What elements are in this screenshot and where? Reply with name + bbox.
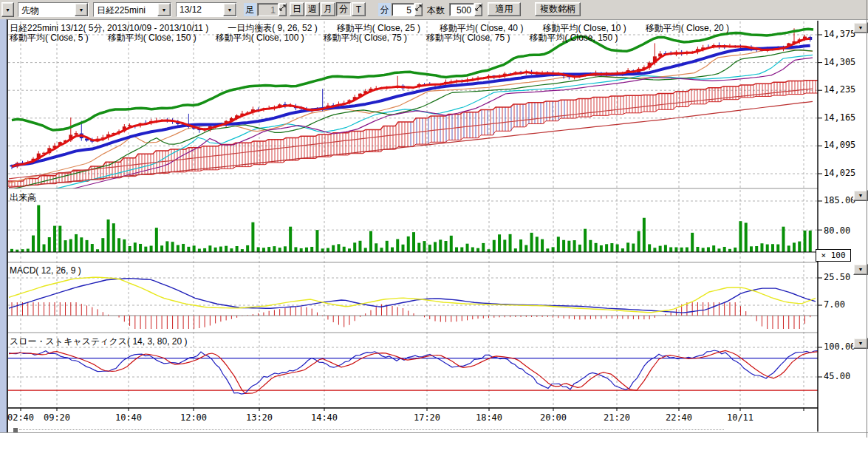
chart-canvas bbox=[0, 0, 868, 473]
volume-tick-label: 185.00 bbox=[824, 195, 855, 205]
h-scrollbar-track[interactable] bbox=[19, 429, 724, 431]
time-tick-label: 09:20 bbox=[41, 412, 73, 423]
minute-spinner[interactable] bbox=[414, 3, 423, 16]
price-tick-label: 14,095 bbox=[824, 140, 855, 150]
category-value: 先物 bbox=[18, 3, 75, 16]
price-tick-label: 14,025 bbox=[824, 168, 855, 178]
time-tick-label: 13:20 bbox=[243, 412, 276, 423]
multi-symbol-button[interactable]: 複数銘柄 bbox=[535, 2, 581, 16]
period-day-button[interactable]: 日 bbox=[290, 2, 304, 16]
time-tick-label: 21:20 bbox=[601, 412, 633, 423]
indicator-ma-150b: 移動平均( Close, 150 ) bbox=[529, 32, 618, 44]
bars-value-field[interactable]: 500 bbox=[449, 3, 474, 16]
chevron-down-icon: ▼ bbox=[858, 267, 864, 272]
chevron-down-icon: ▼ bbox=[858, 25, 864, 30]
ashi-value-field[interactable]: 1 bbox=[257, 3, 278, 16]
period-minute-button[interactable]: 分 bbox=[336, 2, 351, 16]
period-week-button[interactable]: 週 bbox=[305, 2, 320, 16]
chevron-down-icon: ▼ bbox=[858, 193, 864, 198]
chart-menu-dropdown-button[interactable]: ▼ bbox=[1, 2, 14, 17]
macd-tick-label: 25.50 bbox=[824, 272, 850, 282]
indicator-ma-20: 移動平均( Close, 20 ) bbox=[646, 22, 729, 35]
period-month-button[interactable]: 月 bbox=[321, 2, 335, 16]
chevron-down-icon[interactable]: ▼ bbox=[75, 3, 88, 16]
time-tick-label: 20:00 bbox=[537, 412, 570, 423]
chevron-down-icon: ▼ bbox=[858, 341, 864, 346]
chart-frame-bottom bbox=[0, 432, 868, 433]
time-tick-label: 22:40 bbox=[663, 412, 695, 423]
minute-value-field[interactable]: 5 bbox=[392, 3, 414, 16]
contract-combobox[interactable]: 13/12 ▼ bbox=[176, 2, 237, 17]
macd-pane-dropdown-button[interactable]: ▼ bbox=[853, 264, 868, 275]
time-tick-label: 02:40 bbox=[4, 412, 37, 423]
stoch-pane-label: スロー・ストキャスティクス( 14, 3, 80, 20 ) bbox=[10, 336, 187, 348]
price-tick-label: 14,375 bbox=[824, 29, 855, 39]
window-right-border bbox=[867, 0, 867, 438]
bars-spinner[interactable] bbox=[474, 3, 482, 16]
indicator-ma-75b: 移動平均( Close, 75 ) bbox=[426, 32, 510, 44]
indicator-ma-5: 移動平均( Close, 5 ) bbox=[10, 32, 89, 44]
minute-label: 分 bbox=[378, 3, 391, 16]
price-tick-label: 14,165 bbox=[824, 112, 855, 123]
apply-button[interactable]: 適用 bbox=[488, 2, 521, 16]
period-tick-button[interactable]: T bbox=[352, 2, 366, 16]
symbol-combobox[interactable]: 日経225mini ▼ bbox=[93, 2, 171, 17]
ashi-label: 足 bbox=[244, 3, 256, 16]
price-tick-label: 14,235 bbox=[824, 84, 855, 95]
time-tick-label: 10:40 bbox=[112, 412, 145, 423]
spin-diagonal-icon bbox=[415, 4, 422, 12]
indicator-ma-150a: 移動平均( Close, 150 ) bbox=[108, 32, 197, 44]
volume-multiplier-badge: × 100 bbox=[816, 249, 851, 262]
price-pane-dropdown-button[interactable]: ▼ bbox=[853, 22, 868, 33]
bars-label: 本数 bbox=[427, 4, 445, 17]
spin-diagonal-icon bbox=[475, 4, 482, 12]
ashi-spinner[interactable] bbox=[278, 3, 287, 16]
toolbar: ▼ 先物 ▼ 日経225mini ▼ 13/12 ▼ 足 1 日 週 月 分 T… bbox=[0, 0, 868, 20]
volume-tick-label: 80.00 bbox=[824, 225, 850, 236]
time-tick-label: 17:20 bbox=[411, 412, 443, 423]
contract-value: 13/12 bbox=[177, 3, 223, 16]
time-tick-label: 14:40 bbox=[308, 412, 341, 423]
volume-pane-label: 出来高 bbox=[10, 191, 36, 204]
indicator-ma-100: 移動平均( Close, 100 ) bbox=[216, 32, 304, 44]
chart-window: ▼ 先物 ▼ 日経225mini ▼ 13/12 ▼ 足 1 日 週 月 分 T… bbox=[0, 0, 868, 473]
time-tick-label: 10/11 bbox=[724, 412, 756, 423]
chevron-down-icon[interactable]: ▼ bbox=[223, 3, 236, 16]
category-combobox[interactable]: 先物 ▼ bbox=[18, 2, 89, 17]
left-splitter[interactable] bbox=[0, 19, 7, 433]
stoch-pane-dropdown-button[interactable]: ▼ bbox=[853, 338, 868, 349]
time-tick-label: 12:00 bbox=[177, 412, 210, 423]
chevron-down-icon[interactable]: ▼ bbox=[157, 3, 171, 16]
chevron-down-icon: ▼ bbox=[5, 7, 10, 13]
stoch-tick-label: 45.00 bbox=[824, 371, 850, 381]
time-tick-label: 18:40 bbox=[473, 412, 505, 423]
macd-pane-label: MACD( 12, 26, 9 ) bbox=[10, 265, 81, 276]
price-tick-label: 14,305 bbox=[824, 57, 855, 67]
macd-tick-label: 7.00 bbox=[824, 299, 845, 310]
volume-pane-dropdown-button[interactable]: ▼ bbox=[853, 190, 868, 201]
indicator-header-row-2: 移動平均( Close, 5 ) 移動平均( Close, 150 ) 移動平均… bbox=[10, 32, 618, 44]
symbol-value: 日経225mini bbox=[94, 3, 157, 16]
spin-diagonal-icon bbox=[279, 4, 286, 12]
stoch-tick-label: 100.00 bbox=[824, 341, 855, 352]
indicator-ma-75a: 移動平均( Close, 75 ) bbox=[324, 32, 407, 44]
